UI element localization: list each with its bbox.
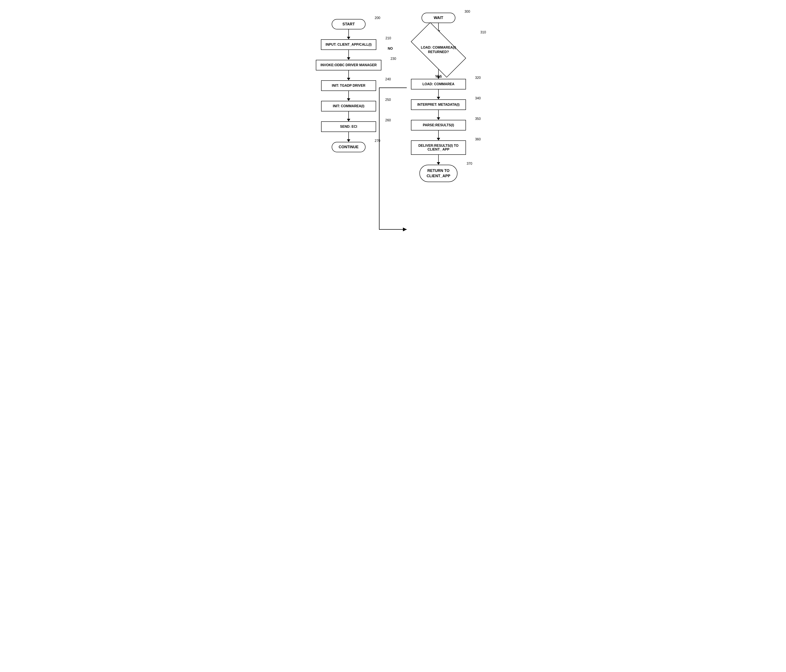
right-flowchart: WAIT 300 LOAD: COMMAREA(I)RETURNED? 310 — [407, 13, 470, 182]
wait-node-wrap: WAIT 300 — [421, 13, 455, 23]
arrow-line — [438, 110, 439, 117]
no-path-line — [379, 88, 407, 230]
diamond-310-wrap: LOAD: COMMAREA(I)RETURNED? 310 NO YES — [407, 33, 470, 67]
left-flowchart: START 200 INPUT: CLIENT_APP/CALL(I) 210 … — [316, 19, 381, 152]
node-260: SEND: ECI — [321, 121, 376, 132]
arrow-head — [437, 138, 440, 140]
node-260-label: SEND: ECI — [340, 125, 357, 128]
arrow-line — [438, 23, 439, 30]
arrow-1 — [347, 29, 350, 39]
node-240-wrap: INIT: TGADP DRIVER 240 — [321, 80, 376, 91]
node-350-ref: 350 — [475, 117, 481, 121]
continue-node-wrap: CONTINUE 270 — [332, 142, 366, 152]
start-node: START 200 — [332, 19, 366, 29]
return-terminal: RETURN TOCLIENT_APP — [420, 165, 457, 182]
node-210-ref: 210 — [385, 36, 391, 40]
arrow-r5 — [437, 131, 440, 140]
arrow-6 — [347, 132, 350, 142]
node-320-wrap: LOAD: COMMAREA 320 — [411, 79, 466, 90]
node-230-ref: 230 — [390, 57, 396, 61]
diamond-310-label: LOAD: COMMAREA(I)RETURNED? — [421, 46, 456, 54]
arrow-head — [347, 119, 350, 121]
node-320: LOAD: COMMAREA — [411, 79, 466, 90]
node-320-ref: 320 — [475, 76, 481, 80]
arrow-head — [347, 139, 350, 142]
node-230-wrap: INVOKE:ODBC DRIVER MANAGER 230 — [316, 60, 381, 71]
arrow-line — [348, 29, 349, 37]
arrow-head — [437, 162, 440, 165]
arrow-3 — [347, 71, 350, 80]
arrow-r6 — [437, 155, 440, 165]
node-350-label: PARSE:RESULTS(I) — [423, 123, 454, 127]
arrow-2 — [347, 50, 350, 60]
arrow-head — [437, 97, 440, 99]
node-260-ref: 260 — [385, 118, 391, 122]
node-360-ref: 360 — [475, 137, 481, 141]
arrow-line — [438, 90, 439, 97]
arrow-r3 — [437, 90, 440, 99]
node-230-label: INVOKE:ODBC DRIVER MANAGER — [321, 63, 377, 67]
node-360: DELIVER:RESULTS(I) TOCLIENT_ APP — [411, 140, 466, 155]
arrow-r4 — [437, 110, 440, 120]
continue-terminal: CONTINUE — [332, 142, 366, 152]
no-path-arrowhead — [403, 228, 407, 231]
wait-label: WAIT — [434, 16, 443, 20]
node-360-label: DELIVER:RESULTS(I) TOCLIENT_ APP — [418, 144, 459, 151]
arrow-line — [348, 112, 349, 119]
node-260-wrap: SEND: ECI 260 — [321, 121, 376, 132]
node-250: INIT: COMMAREA(I) — [321, 101, 376, 112]
arrow-head — [347, 57, 350, 60]
no-label: NO — [388, 47, 393, 50]
arrow-line — [348, 50, 349, 57]
start-ref: 200 — [375, 16, 380, 20]
arrow-head — [347, 37, 350, 39]
wait-terminal: WAIT — [421, 13, 455, 23]
continue-label: CONTINUE — [339, 145, 358, 149]
node-340-ref: 340 — [475, 96, 481, 100]
node-210-label: INPUT: CLIENT_APP/CALL(I) — [325, 43, 372, 46]
arrow-line — [348, 71, 349, 78]
diagram-container: START 200 INPUT: CLIENT_APP/CALL(I) 210 … — [311, 8, 475, 186]
arrow-line — [348, 132, 349, 139]
arrow-head — [347, 78, 350, 80]
node-350: PARSE:RESULTS(I) — [411, 120, 466, 131]
wait-ref: 300 — [464, 10, 470, 14]
node-240-label: INIT: TGADP DRIVER — [332, 84, 366, 87]
diamond-310-ref: 310 — [480, 30, 486, 34]
node-240-ref: 240 — [385, 77, 391, 81]
node-340-label: INTERPRET: METADATA(I) — [417, 103, 460, 106]
node-350-wrap: PARSE:RESULTS(I) 350 — [411, 120, 466, 131]
node-320-label: LOAD: COMMAREA — [422, 82, 454, 86]
node-210: INPUT: CLIENT_APP/CALL(I) — [321, 39, 376, 50]
diamond-310: LOAD: COMMAREA(I)RETURNED? — [407, 33, 470, 67]
node-250-ref: 250 — [385, 98, 391, 102]
return-node-wrap: RETURN TOCLIENT_APP 370 — [420, 165, 457, 182]
arrow-line — [438, 155, 439, 162]
node-240: INIT: TGADP DRIVER — [321, 80, 376, 91]
return-ref: 370 — [467, 162, 472, 165]
return-label: RETURN TOCLIENT_APP — [427, 168, 450, 178]
node-250-wrap: INIT: COMMAREA(I) 250 — [321, 101, 376, 112]
arrow-line — [348, 91, 349, 98]
arrow-5 — [347, 112, 350, 121]
node-360-wrap: DELIVER:RESULTS(I) TOCLIENT_ APP 360 — [411, 140, 466, 155]
node-340-wrap: INTERPRET: METADATA(I) 340 — [411, 99, 466, 110]
node-230: INVOKE:ODBC DRIVER MANAGER — [316, 60, 381, 71]
arrow-head — [437, 117, 440, 120]
right-flowchart-wrapper: WAIT 300 LOAD: COMMAREA(I)RETURNED? 310 — [407, 13, 470, 182]
continue-ref: 270 — [375, 139, 380, 143]
yes-label: YES — [435, 75, 442, 79]
arrow-4 — [347, 91, 350, 101]
node-250-label: INIT: COMMAREA(I) — [333, 104, 364, 108]
start-terminal: START — [332, 19, 366, 29]
arrow-line — [438, 131, 439, 138]
node-210-wrap: INPUT: CLIENT_APP/CALL(I) 210 — [321, 39, 376, 50]
diamond-text: LOAD: COMMAREA(I)RETURNED? — [421, 46, 456, 54]
node-340: INTERPRET: METADATA(I) — [411, 99, 466, 110]
start-label: START — [343, 22, 355, 26]
arrow-head — [347, 98, 350, 101]
